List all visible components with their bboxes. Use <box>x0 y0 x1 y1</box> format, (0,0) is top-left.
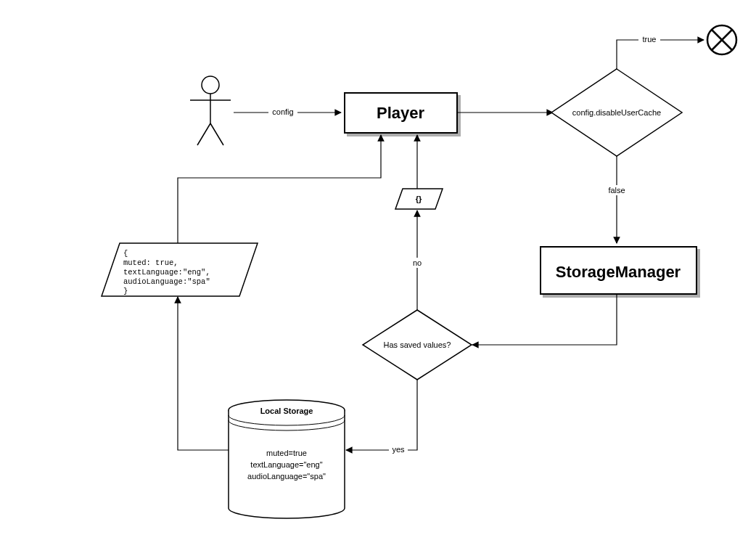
edge-label-false: false <box>608 186 625 195</box>
svg-line-4 <box>210 123 223 145</box>
terminator-icon <box>707 25 736 54</box>
svg-point-0 <box>202 76 219 94</box>
svg-line-3 <box>197 123 210 145</box>
local-storage-line-1: textLanguage="eng" <box>250 460 322 469</box>
saved-data-line-0: { <box>123 249 128 258</box>
edge-decision2-yes <box>346 380 417 450</box>
decision-disable-cache-label: config.disableUserCache <box>572 108 661 117</box>
empty-data-label: {} <box>416 195 422 203</box>
saved-data-line-4: } <box>123 287 128 295</box>
edge-label-no: no <box>413 258 422 267</box>
saved-data-line-3: audioLanguage:"spa" <box>123 277 210 286</box>
edge-storage-to-decision2 <box>472 294 617 345</box>
local-storage-line-0: muted=true <box>266 449 307 457</box>
local-storage-line-2: audioLanguage="spa" <box>247 472 326 481</box>
storage-manager-label: StorageManager <box>556 263 681 281</box>
edge-label-yes: yes <box>392 445 405 454</box>
edge-label-true: true <box>643 35 657 44</box>
saved-data-line-1: muted: true, <box>123 258 178 267</box>
decision-has-saved-label: Has saved values? <box>384 340 451 349</box>
saved-data-line-2: textLanguage:"eng", <box>123 268 210 277</box>
edge-saveddata-to-player <box>178 135 381 243</box>
local-storage-title: Local Storage <box>260 407 313 415</box>
edge-label-config: config <box>272 107 293 116</box>
player-label: Player <box>377 104 424 122</box>
edge-storage-to-saveddata <box>178 297 229 450</box>
actor-icon <box>190 76 231 145</box>
local-storage-node <box>229 400 345 518</box>
